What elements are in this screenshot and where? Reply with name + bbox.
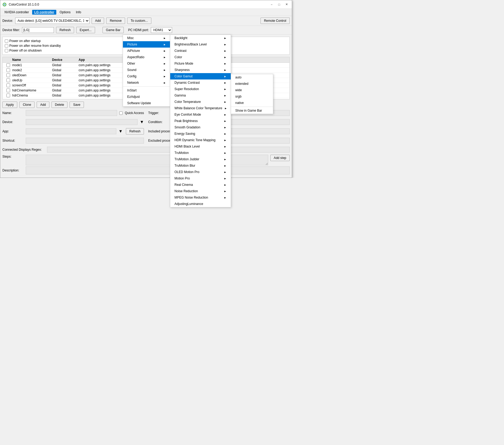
shortcut-input[interactable] [26, 138, 144, 144]
window-controls: − □ ✕ [268, 1, 290, 8]
row-app-6: com.palm.app.settings [79, 94, 288, 97]
row-device-4: Global [52, 83, 79, 87]
col-device: Device [52, 58, 79, 62]
checkbox-power-resume: Power on after resume from standby [5, 44, 143, 48]
options-tab[interactable]: Options [57, 10, 72, 15]
name-input[interactable] [26, 110, 117, 116]
power-standby-label: Power off on standby [154, 39, 184, 43]
row-check-1[interactable] [4, 68, 12, 72]
name-row: Name: Quick Access [2, 110, 144, 116]
power-standby-checkbox[interactable] [149, 39, 153, 43]
delete-button[interactable]: Delete [52, 102, 68, 108]
device-input[interactable] [26, 119, 138, 125]
menu-bar: NVIDIA controller LG controller Options … [0, 9, 292, 16]
filter-input[interactable] [22, 27, 54, 33]
device-dropdown[interactable]: Auto detect: [LG] webOS TV OLED48CX8LC, … [15, 18, 89, 24]
trigger-label: Trigger: [148, 111, 169, 115]
row-check-6[interactable] [4, 94, 12, 97]
refresh-button[interactable]: Refresh [56, 27, 74, 33]
table-row: hdrCinemaHome Global com.palm.app.settin… [3, 88, 289, 93]
table-row: mode1 Global com.palm.app.settings [3, 63, 289, 68]
maximize-button[interactable]: □ [276, 1, 282, 8]
form-device-label: Device: [2, 120, 24, 124]
power-screensaver-on-label: Power on when screensaver deactiv [154, 49, 205, 52]
row-name-5: hdrCinemaHome [12, 89, 52, 92]
clone-button[interactable]: Clone [19, 102, 35, 108]
row-name-1: mode2 [12, 68, 52, 72]
table-row: oledUp Global com.palm.app.settings [3, 78, 289, 83]
add-device-button[interactable]: Add [92, 18, 104, 24]
trigger-row: Trigger: [148, 110, 290, 116]
row-name-6: hdrCinema [12, 94, 52, 97]
power-startup-checkbox[interactable] [5, 39, 8, 43]
apply-button[interactable]: Apply [2, 102, 17, 108]
row-device-3: Global [52, 78, 79, 82]
power-resume-checkbox[interactable] [5, 44, 8, 48]
nvidia-controller-tab[interactable]: NVIDIA controller [2, 10, 31, 15]
filter-label: Device filter: [2, 28, 20, 32]
row-device-2: Global [52, 73, 79, 77]
lg-controller-tab[interactable]: LG controller [32, 10, 56, 15]
steps-input[interactable] [26, 155, 268, 165]
power-screensaver-on-checkbox[interactable] [149, 49, 153, 52]
quick-access-checkbox[interactable] [119, 111, 123, 115]
expert-button[interactable]: Expert... [76, 27, 95, 33]
steps-row: Steps: Add step [2, 155, 290, 165]
description-label: Description: [2, 169, 24, 172]
to-custom-button[interactable]: To custom... [127, 18, 151, 24]
row-check-0[interactable] [4, 63, 12, 67]
add-profile-button[interactable]: Add [37, 102, 49, 108]
power-screensaver-off-checkbox[interactable] [149, 44, 153, 48]
excluded-label: Excluded processes: [148, 139, 178, 142]
close-button[interactable]: ✕ [283, 1, 290, 8]
filter-bar: Device filter: Refresh Expert... Game Ba… [0, 26, 292, 35]
table-row: oledDown Global com.palm.app.settings [3, 73, 289, 78]
power-shutdown-checkbox[interactable] [5, 49, 8, 52]
row-app-3: com.palm.app.settings [79, 78, 288, 82]
col-name: Name [12, 58, 52, 62]
row-device-6: Global [52, 94, 79, 97]
description-input[interactable] [26, 166, 290, 174]
app-icon [2, 2, 7, 7]
condition-row: Condition: [148, 119, 290, 125]
table-row: hdrCinema Global com.palm.app.settings [3, 93, 289, 98]
row-app-4: com.palm.app.settings [79, 83, 288, 87]
save-button[interactable]: Save [70, 102, 84, 108]
main-window: ColorControl 10.1.0.0 − □ ✕ NVIDIA contr… [0, 0, 292, 178]
row-check-2[interactable] [4, 73, 12, 77]
remote-control-button[interactable]: Remote Control [260, 18, 290, 24]
trigger-input[interactable] [172, 110, 290, 116]
connected-row: Connected Displays Regex: [2, 147, 290, 153]
row-app-2: com.palm.app.settings [79, 73, 288, 77]
device-label: Device: [2, 19, 13, 23]
checkbox-power-screensaver-on: Power on when screensaver deactiv [149, 49, 287, 52]
excluded-input[interactable] [180, 138, 290, 144]
minimize-button[interactable]: − [268, 1, 275, 8]
row-check-3[interactable] [4, 78, 12, 82]
game-bar-button[interactable]: Game Bar [102, 27, 124, 33]
row-check-4[interactable] [4, 83, 12, 87]
row-device-5: Global [52, 89, 79, 92]
svg-point-2 [4, 4, 5, 5]
app-dropdown-arrow[interactable]: ▼ [118, 129, 123, 134]
info-tab[interactable]: Info [74, 10, 83, 15]
included-input[interactable] [179, 128, 290, 134]
row-check-5[interactable] [4, 89, 12, 92]
device-dropdown-arrow[interactable]: ▼ [140, 120, 144, 124]
app-row: App: ▼ Refresh [2, 128, 144, 135]
hdmi-dropdown[interactable]: HDMI1 [151, 27, 172, 33]
app-refresh-button[interactable]: Refresh [126, 128, 144, 135]
connected-input[interactable] [47, 147, 290, 153]
row-app-1: com.palm.app.settings [79, 68, 288, 72]
condition-label: Condition: [148, 120, 169, 124]
app-input[interactable] [26, 128, 116, 134]
power-settings-group: Power on after startup Power off on stan… [2, 37, 290, 55]
checkbox-power-startup: Power on after startup [5, 39, 143, 43]
remove-device-button[interactable]: Remove [106, 18, 125, 24]
shortcut-label: Shortcut: [2, 139, 24, 142]
device-toolbar: Device: Auto detect: [LG] webOS TV OLED4… [0, 16, 292, 26]
row-name-2: oledDown [12, 73, 52, 77]
condition-input[interactable] [172, 119, 290, 125]
app-title: ColorControl 10.1.0.0 [9, 3, 268, 6]
add-step-button[interactable]: Add step [270, 155, 290, 161]
